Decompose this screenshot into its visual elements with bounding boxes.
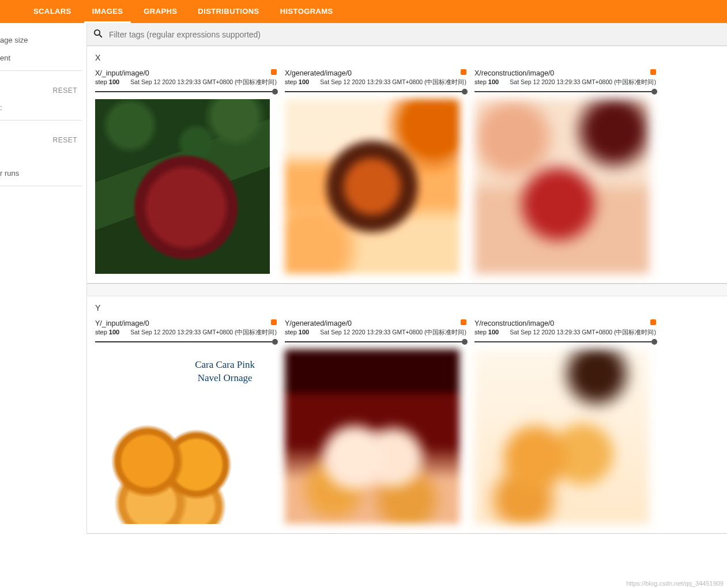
reset-button-2[interactable]: RESET — [49, 135, 81, 145]
section: YY/_input/image/0step 100Sat Sep 12 2020… — [87, 296, 727, 534]
sidebar-divider — [0, 120, 82, 120]
step-label: step 100 — [95, 329, 119, 336]
card-title: X/generated/image/0 — [285, 69, 352, 77]
search-bar — [87, 23, 727, 46]
collapse-badge[interactable] — [271, 69, 277, 75]
step-label: step 100 — [474, 329, 499, 336]
tab-histograms[interactable]: HISTOGRAMS — [270, 0, 344, 23]
step-label: step 100 — [285, 329, 309, 336]
image-card: X/reconstruction/image/0step 100Sat Sep … — [474, 69, 656, 274]
slider-knob[interactable] — [651, 339, 657, 345]
card-row: X/_input/image/0step 100Sat Sep 12 2020 … — [87, 67, 727, 274]
step-value: 100 — [299, 78, 309, 85]
svg-point-0 — [95, 29, 100, 35]
collapse-badge[interactable] — [461, 69, 466, 75]
sidebar-label-image-size: age size — [0, 31, 82, 49]
image-preview[interactable] — [285, 349, 459, 524]
image-preview[interactable] — [95, 99, 270, 274]
collapse-badge[interactable] — [650, 69, 656, 75]
svg-line-1 — [99, 35, 102, 37]
card-title: Y/_input/image/0 — [95, 319, 149, 327]
collapse-badge[interactable] — [271, 319, 277, 325]
tab-images[interactable]: IMAGES — [82, 0, 134, 23]
step-value: 100 — [109, 78, 119, 85]
section-header[interactable]: Y — [87, 296, 727, 317]
step-value: 100 — [488, 329, 499, 336]
sidebar-label-3: : — [0, 99, 82, 116]
section-header[interactable]: X — [87, 46, 727, 67]
image-card: Y/generated/image/0step 100Sat Sep 12 20… — [285, 319, 466, 524]
slider-knob[interactable] — [651, 89, 657, 95]
tab-distributions[interactable]: DISTRIBUTIONS — [187, 0, 269, 23]
image-card: X/_input/image/0step 100Sat Sep 12 2020 … — [95, 69, 277, 274]
tab-scalars[interactable]: SCALARS — [23, 0, 82, 23]
reset-button-1[interactable]: RESET — [49, 86, 81, 95]
search-input[interactable] — [108, 29, 721, 40]
step-slider[interactable] — [474, 88, 656, 96]
slider-knob[interactable] — [462, 89, 468, 95]
card-title: X/_input/image/0 — [95, 69, 149, 77]
collapse-badge[interactable] — [650, 319, 656, 325]
step-label: step 100 — [95, 78, 119, 85]
timestamp: Sat Sep 12 2020 13:29:33 GMT+0800 (中国标准时… — [510, 78, 656, 86]
timestamp: Sat Sep 12 2020 13:29:33 GMT+0800 (中国标准时… — [320, 329, 466, 337]
card-title: Y/generated/image/0 — [285, 319, 352, 327]
main-panel: XX/_input/image/0step 100Sat Sep 12 2020… — [86, 23, 727, 534]
step-value: 100 — [109, 329, 119, 336]
card-title: X/reconstruction/image/0 — [474, 69, 554, 77]
step-value: 100 — [488, 78, 499, 85]
sidebar: age size ent RESET : RESET r runs — [0, 23, 86, 534]
sidebar-divider — [0, 186, 82, 186]
slider-knob[interactable] — [462, 339, 468, 345]
image-card: Y/reconstruction/image/0step 100Sat Sep … — [474, 319, 656, 524]
card-title: Y/reconstruction/image/0 — [474, 319, 554, 327]
step-slider[interactable] — [95, 88, 277, 96]
step-slider[interactable] — [285, 338, 466, 346]
sidebar-divider — [0, 70, 82, 71]
section-gap — [87, 284, 727, 296]
search-icon — [93, 28, 108, 41]
slider-knob[interactable] — [272, 339, 278, 345]
timestamp: Sat Sep 12 2020 13:29:33 GMT+0800 (中国标准时… — [320, 78, 466, 86]
top-nav: SCALARS IMAGES GRAPHS DISTRIBUTIONS HIST… — [0, 0, 727, 23]
sidebar-label-runs: r runs — [0, 164, 82, 182]
tab-graphs[interactable]: GRAPHS — [133, 0, 187, 23]
section: XX/_input/image/0step 100Sat Sep 12 2020… — [87, 46, 727, 284]
step-label: step 100 — [285, 78, 309, 85]
timestamp: Sat Sep 12 2020 13:29:33 GMT+0800 (中国标准时… — [130, 78, 277, 86]
step-slider[interactable] — [474, 338, 656, 346]
card-row: Y/_input/image/0step 100Sat Sep 12 2020 … — [87, 317, 727, 524]
image-preview[interactable] — [474, 349, 649, 524]
image-card: X/generated/image/0step 100Sat Sep 12 20… — [285, 69, 466, 274]
step-slider[interactable] — [95, 338, 277, 346]
image-card: Y/_input/image/0step 100Sat Sep 12 2020 … — [95, 319, 277, 524]
image-preview[interactable] — [474, 99, 649, 274]
step-label: step 100 — [474, 78, 499, 85]
sidebar-label-2: ent — [0, 49, 82, 67]
slider-knob[interactable] — [272, 89, 278, 95]
collapse-badge[interactable] — [461, 319, 466, 325]
step-value: 100 — [299, 329, 309, 336]
image-preview[interactable] — [285, 99, 459, 274]
image-preview[interactable] — [95, 349, 270, 524]
timestamp: Sat Sep 12 2020 13:29:33 GMT+0800 (中国标准时… — [130, 329, 277, 337]
timestamp: Sat Sep 12 2020 13:29:33 GMT+0800 (中国标准时… — [510, 329, 656, 337]
step-slider[interactable] — [285, 88, 466, 96]
